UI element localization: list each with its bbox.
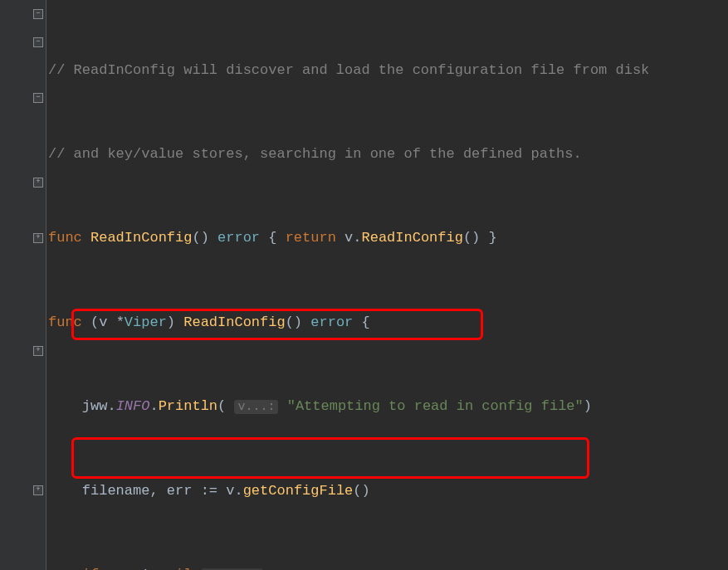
- type-error: error: [217, 230, 260, 246]
- method-getconfigfile: getConfigFile: [243, 483, 354, 499]
- fold-minus-icon[interactable]: −: [33, 9, 43, 19]
- fold-plus-icon[interactable]: +: [33, 233, 43, 243]
- type-viper: Viper: [125, 314, 167, 330]
- func-name: ReadInConfig: [90, 230, 192, 246]
- fold-plus-icon[interactable]: +: [33, 346, 43, 356]
- fold-plus-icon[interactable]: +: [33, 178, 43, 188]
- keyword-func: func: [48, 230, 82, 246]
- keyword-return: return: [286, 230, 336, 246]
- comment-line: // and key/value stores, searching in on…: [48, 146, 582, 162]
- fold-plus-icon[interactable]: +: [33, 485, 43, 495]
- code-editor[interactable]: // ReadInConfig will discover and load t…: [48, 0, 667, 570]
- fold-minus-icon[interactable]: −: [33, 93, 43, 103]
- string-literal: "Attempting to read in config file": [287, 398, 584, 414]
- comment-line: // ReadInConfig will discover and load t…: [48, 62, 649, 78]
- const-info: INFO: [116, 398, 150, 414]
- fold-minus-icon[interactable]: −: [33, 37, 43, 47]
- gutter: − − − + + + +: [0, 0, 46, 570]
- param-hint: v...:: [234, 400, 278, 414]
